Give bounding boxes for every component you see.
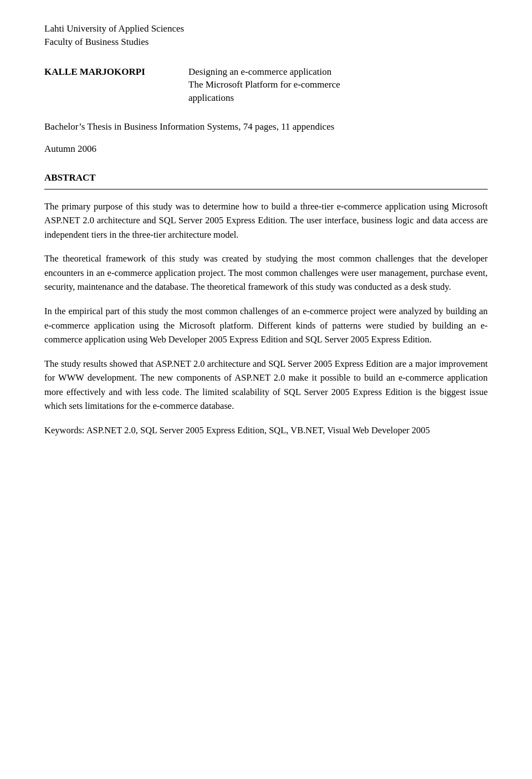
title-block: Designing an e-commerce application The …: [155, 65, 488, 105]
abstract-paragraph-1: The primary purpose of this study was to…: [44, 199, 488, 242]
university-name: Lahti University of Applied Sciences: [44, 22, 488, 35]
page: Lahti University of Applied Sciences Fac…: [0, 0, 532, 779]
abstract-label: ABSTRACT: [44, 172, 488, 183]
keywords-label: Keywords:: [44, 425, 84, 435]
thesis-title-line2: The Microsoft Platform for e-commerce: [188, 78, 488, 91]
divider: [44, 189, 488, 189]
header-section: Lahti University of Applied Sciences Fac…: [44, 22, 488, 49]
abstract-paragraph-3: In the empirical part of this study the …: [44, 304, 488, 347]
author-name: KALLE MARJOKORPI: [44, 65, 155, 79]
abstract-paragraph-4: The study results showed that ASP.NET 2.…: [44, 357, 488, 413]
thesis-title-line1: Designing an e-commerce application: [188, 65, 488, 79]
autumn-info: Autumn 2006: [44, 142, 488, 156]
keywords-value: ASP.NET 2.0, SQL Server 2005 Express Edi…: [86, 425, 430, 435]
author-title-row: KALLE MARJOKORPI Designing an e-commerce…: [44, 65, 488, 105]
abstract-paragraph-2: The theoretical framework of this study …: [44, 252, 488, 294]
faculty-name: Faculty of Business Studies: [44, 35, 488, 49]
keywords-section: Keywords: ASP.NET 2.0, SQL Server 2005 E…: [44, 423, 488, 438]
thesis-title-line3: applications: [188, 91, 488, 105]
author-block: KALLE MARJOKORPI: [44, 65, 155, 79]
bachelor-info: Bachelor’s Thesis in Business Informatio…: [44, 120, 488, 134]
